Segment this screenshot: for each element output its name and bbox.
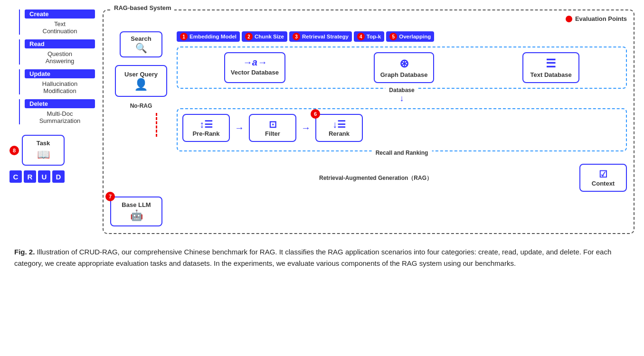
- create-badge: Create: [25, 9, 95, 19]
- no-rag-label: No-RAG: [130, 103, 152, 109]
- database-label: Database: [385, 87, 418, 94]
- rag-content: Search 🔍 User Query 👤 No-RAG: [110, 31, 627, 192]
- rag-system-label: RAG-based System: [111, 4, 174, 11]
- eval-badge-4: 4 Top-k: [354, 31, 384, 42]
- badge-6: 6: [311, 109, 320, 119]
- eval-badge-2: 2 Chunk Size: [242, 31, 287, 42]
- arrow-filter-rerank: →: [301, 122, 311, 133]
- user-query-label: User Query: [121, 71, 161, 78]
- vector-db-box: →a→ Vector Database: [224, 52, 285, 83]
- db-boxes-row: →a→ Vector Database ⊛ Graph Database ☰: [182, 52, 621, 83]
- badge-num-5: 5: [389, 33, 397, 40]
- pre-rank-label: Pre-Rank: [189, 130, 223, 137]
- vector-db-label: Vector Database: [231, 69, 279, 76]
- delete-task-label: Multi-DocSummarization: [25, 110, 95, 124]
- rerank-box: ↓☰ Rerank: [315, 114, 363, 142]
- recall-section: ↕☰ Pre-Rank → ⊡ Filter →: [177, 108, 627, 151]
- diagram-area: Create TextContinuation Read QuestionAns…: [9, 9, 635, 234]
- pre-rank-box: ↕☰ Pre-Rank: [182, 114, 230, 142]
- no-rag-arrow: [156, 113, 157, 137]
- context-label: Context: [586, 180, 620, 187]
- graph-db-box: ⊛ Graph Database: [374, 52, 435, 83]
- crud-panel: Create TextContinuation Read QuestionAns…: [9, 9, 95, 183]
- badge-label-5: Overlapping: [399, 34, 431, 39]
- base-llm-container: 7 Base LLM 🤖: [110, 197, 162, 226]
- main-container: Create TextContinuation Read QuestionAns…: [9, 9, 635, 269]
- text-db-box: ☰ Text Database: [522, 52, 579, 83]
- crud-letters: C R U D: [9, 170, 95, 183]
- badge-num-1: 1: [180, 33, 188, 40]
- eval-points-text: Evaluation Points: [575, 15, 627, 22]
- letter-u: U: [38, 170, 50, 183]
- rerank-icon: ↓☰: [322, 119, 356, 130]
- update-task-label: HallucinationModification: [25, 80, 95, 94]
- letter-c: C: [9, 170, 22, 183]
- bottom-row: Retrieval-Augmented Generation（RAG） ☑ Co…: [177, 164, 627, 192]
- rerank-container: 6 ↓☰ Rerank: [315, 114, 363, 142]
- base-llm-label: Base LLM: [117, 201, 156, 208]
- task-box: Task 📖: [22, 135, 65, 166]
- crud-read-section: Read QuestionAnswering: [19, 39, 95, 65]
- rag-system-box: RAG-based System Evaluation Points Searc…: [103, 9, 635, 234]
- badge-8: 8: [9, 146, 19, 155]
- rerank-label: Rerank: [322, 130, 356, 137]
- base-llm-row: 7 Base LLM 🤖: [110, 197, 627, 226]
- task-icon: 📖: [29, 149, 57, 161]
- user-icon: 👤: [121, 78, 161, 91]
- task-container: 8 Task 📖: [9, 135, 95, 166]
- context-box: ☑ Context: [579, 164, 627, 192]
- filter-box: ⊡ Filter: [249, 114, 296, 142]
- context-icon: ☑: [586, 169, 620, 180]
- create-task-label: TextContinuation: [25, 20, 95, 35]
- eval-badge-3: 3 Retrieval Strategy: [289, 31, 352, 42]
- caption-body: Illustration of CRUD-RAG, our comprehens…: [14, 248, 611, 267]
- eval-badges-row: 1 Embedding Model 2 Chunk Size 3 Retriev…: [177, 31, 627, 42]
- base-llm-box: Base LLM 🤖: [110, 197, 162, 226]
- eval-dot-icon: [566, 16, 572, 22]
- badge-label-1: Embedding Model: [189, 34, 237, 39]
- rag-right-panel: 1 Embedding Model 2 Chunk Size 3 Retriev…: [177, 31, 627, 192]
- badge-label-4: Top-k: [367, 34, 381, 39]
- eval-badge-1: 1 Embedding Model: [177, 31, 240, 42]
- badge-label-3: Retrieval Strategy: [302, 34, 349, 39]
- search-icon: 🔍: [125, 42, 157, 54]
- badge-label-2: Chunk Size: [255, 34, 284, 39]
- badge-num-2: 2: [245, 33, 253, 40]
- no-rag-text: No-RAG: [130, 103, 152, 109]
- recall-label: Recall and Ranking: [372, 150, 432, 156]
- rag-left-panel: Search 🔍 User Query 👤 No-RAG: [110, 31, 172, 137]
- rag-gen-label: Retrieval-Augmented Generation（RAG）: [177, 173, 575, 182]
- task-label: Task: [29, 140, 57, 147]
- badge-num-3: 3: [293, 33, 300, 40]
- vector-db-icon: →a→: [231, 57, 279, 68]
- arrow-to-recall: ↓: [177, 94, 627, 103]
- eval-points-label: Evaluation Points: [566, 15, 627, 22]
- user-query-box: User Query 👤: [115, 65, 167, 97]
- base-llm-icon: 🤖: [117, 209, 156, 222]
- eval-badge-5: 5 Overlapping: [386, 31, 434, 42]
- letter-d: D: [52, 170, 65, 183]
- crud-create-section: Create TextContinuation: [19, 9, 95, 35]
- delete-badge: Delete: [25, 99, 95, 108]
- graph-db-label: Graph Database: [380, 71, 428, 78]
- database-section: →a→ Vector Database ⊛ Graph Database ☰: [177, 47, 627, 89]
- filter-icon: ⊡: [256, 119, 290, 130]
- crud-update-section: Update HallucinationModification: [19, 69, 95, 94]
- read-badge: Read: [25, 39, 95, 48]
- badge-num-4: 4: [357, 33, 365, 40]
- caption-text: Fig. 2. Illustration of CRUD-RAG, our co…: [14, 246, 630, 269]
- graph-db-icon: ⊛: [380, 57, 428, 70]
- filter-label: Filter: [256, 130, 290, 137]
- arrow-prerank-filter: →: [235, 122, 244, 133]
- read-task-label: QuestionAnswering: [25, 50, 95, 65]
- search-box: Search 🔍: [120, 31, 162, 57]
- search-label: Search: [125, 35, 157, 42]
- badge-7: 7: [105, 192, 115, 201]
- letter-r: R: [24, 170, 36, 183]
- pre-rank-icon: ↕☰: [189, 119, 223, 130]
- update-badge: Update: [25, 69, 95, 78]
- text-db-label: Text Database: [530, 71, 572, 78]
- rag-generation-text: Retrieval-Augmented Generation（RAG）: [319, 175, 432, 181]
- caption-area: Fig. 2. Illustration of CRUD-RAG, our co…: [9, 246, 635, 269]
- crud-delete-section: Delete Multi-DocSummarization: [19, 99, 95, 124]
